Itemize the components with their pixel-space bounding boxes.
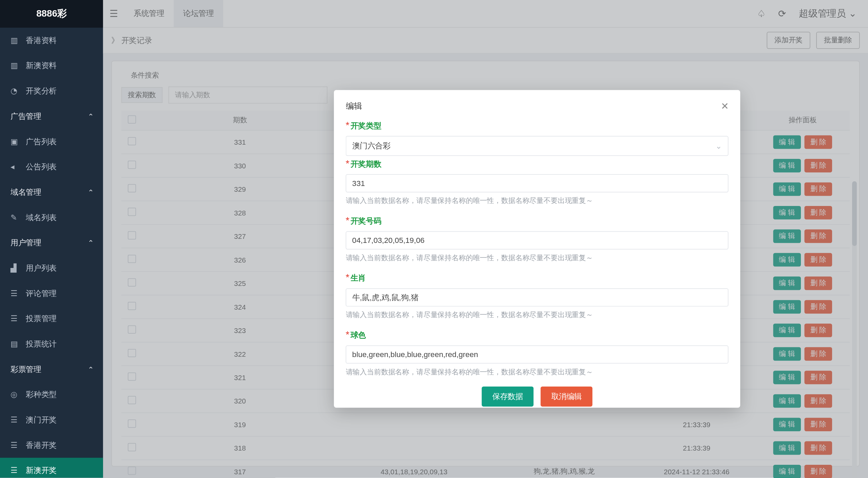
- sidebar-item[interactable]: ▣广告列表: [0, 129, 103, 154]
- menu-icon: ☰: [11, 466, 21, 475]
- menu-icon: ◎: [11, 390, 21, 399]
- period-input[interactable]: [346, 174, 729, 192]
- chevron-up-icon: ⌃: [88, 112, 94, 120]
- sidebar-item[interactable]: ▥新澳资料: [0, 53, 103, 78]
- color-input[interactable]: [346, 346, 729, 364]
- sidebar-item-label: 开奖分析: [26, 86, 56, 96]
- edit-modal: 编辑 ✕ *开奖类型 澳门六合彩 ⌄ *开奖期数 请输入当前数据名称，请尽量保持…: [334, 90, 740, 408]
- sidebar-item-label: 广告列表: [26, 136, 56, 147]
- sidebar-item-label: 新澳开奖: [26, 465, 56, 476]
- sidebar-item[interactable]: ◔开奖分析: [0, 78, 103, 104]
- sidebar-item[interactable]: ▟用户列表: [0, 255, 103, 281]
- chevron-up-icon: ⌃: [88, 188, 94, 196]
- sidebar-group[interactable]: 域名管理⌃: [0, 180, 103, 205]
- sidebar-item[interactable]: ▥香港资料: [0, 28, 103, 53]
- cancel-button[interactable]: 取消编辑: [540, 387, 592, 407]
- menu-icon: ▥: [11, 36, 21, 45]
- sidebar-item-label: 用户列表: [26, 263, 56, 273]
- sidebar-item[interactable]: ☰新澳开奖: [0, 458, 103, 478]
- main: ☰ 系统管理 论坛管理 ♤ ⟳ 超级管理员 ⌄ 》 开奖记录 添加开奖 批量删除…: [103, 0, 868, 478]
- zodiac-input[interactable]: [346, 288, 729, 307]
- sidebar-item-label: 澳门开奖: [26, 415, 56, 425]
- menu-icon: ☰: [11, 314, 21, 323]
- menu-icon: ▟: [11, 264, 21, 272]
- sidebar-item[interactable]: ☰投票管理: [0, 306, 103, 331]
- field-color-label: 球色: [351, 331, 366, 339]
- sidebar-item-label: 新澳资料: [26, 60, 56, 71]
- sidebar: 8886彩 ▥香港资料▥新澳资料◔开奖分析广告管理⌃▣广告列表◂公告列表域名管理…: [0, 0, 103, 478]
- menu-icon: ✎: [11, 213, 21, 222]
- chevron-down-icon: ⌄: [715, 142, 722, 150]
- sidebar-item[interactable]: ☰香港开奖: [0, 433, 103, 458]
- field-zodiac-label: 生肖: [351, 274, 366, 283]
- color-hint: 请输入当前数据名称，请尽量保持名称的唯一性，数据名称尽量不要出现重复～: [346, 367, 729, 377]
- menu-icon: ☰: [11, 441, 21, 450]
- field-type-label: 开奖类型: [351, 121, 381, 130]
- modal-title: 编辑: [346, 101, 362, 111]
- field-codes-label: 开奖号码: [351, 216, 381, 225]
- menu-icon: ▤: [11, 339, 21, 348]
- sidebar-item-label: 香港资料: [26, 35, 56, 45]
- codes-hint: 请输入当前数据名称，请尽量保持名称的唯一性，数据名称尽量不要出现重复～: [346, 253, 729, 263]
- menu-icon: ▥: [11, 61, 21, 70]
- sidebar-item-label: 广告管理: [11, 111, 41, 121]
- sidebar-item-label: 投票统计: [26, 339, 56, 349]
- period-hint: 请输入当前数据名称，请尽量保持名称的唯一性，数据名称尽量不要出现重复～: [346, 196, 729, 206]
- zodiac-hint: 请输入当前数据名称，请尽量保持名称的唯一性，数据名称尽量不要出现重复～: [346, 310, 729, 320]
- sidebar-item-label: 香港开奖: [26, 440, 56, 450]
- field-period-label: 开奖期数: [351, 160, 381, 168]
- sidebar-item-label: 彩种类型: [26, 389, 56, 400]
- sidebar-item-label: 评论管理: [26, 288, 56, 298]
- sidebar-item[interactable]: ▤投票统计: [0, 331, 103, 357]
- sidebar-item[interactable]: ☰评论管理: [0, 280, 103, 306]
- sidebar-item[interactable]: ☰澳门开奖: [0, 407, 103, 433]
- sidebar-item[interactable]: ◂公告列表: [0, 154, 103, 180]
- sidebar-group[interactable]: 广告管理⌃: [0, 104, 103, 129]
- sidebar-item[interactable]: ◎彩种类型: [0, 382, 103, 407]
- sidebar-group[interactable]: 彩票管理⌃: [0, 357, 103, 382]
- codes-input[interactable]: [346, 231, 729, 250]
- type-select[interactable]: 澳门六合彩 ⌄: [346, 136, 729, 156]
- chevron-up-icon: ⌃: [88, 238, 94, 247]
- sidebar-item-label: 公告列表: [26, 162, 56, 172]
- menu-icon: ▣: [11, 137, 21, 146]
- menu-icon: ◔: [11, 86, 21, 95]
- sidebar-item-label: 投票管理: [26, 313, 56, 324]
- app-logo: 8886彩: [0, 0, 103, 28]
- chevron-up-icon: ⌃: [88, 365, 94, 373]
- menu-icon: ◂: [11, 162, 21, 171]
- menu-icon: ☰: [11, 415, 21, 424]
- sidebar-item-label: 域名列表: [26, 212, 56, 223]
- sidebar-item-label: 彩票管理: [11, 364, 41, 374]
- save-button[interactable]: 保存数据: [482, 387, 534, 407]
- sidebar-item-label: 域名管理: [11, 187, 41, 197]
- close-icon[interactable]: ✕: [721, 101, 729, 112]
- sidebar-group[interactable]: 用户管理⌃: [0, 230, 103, 255]
- sidebar-item[interactable]: ✎域名列表: [0, 205, 103, 230]
- menu-icon: ☰: [11, 289, 21, 298]
- sidebar-item-label: 用户管理: [11, 237, 41, 248]
